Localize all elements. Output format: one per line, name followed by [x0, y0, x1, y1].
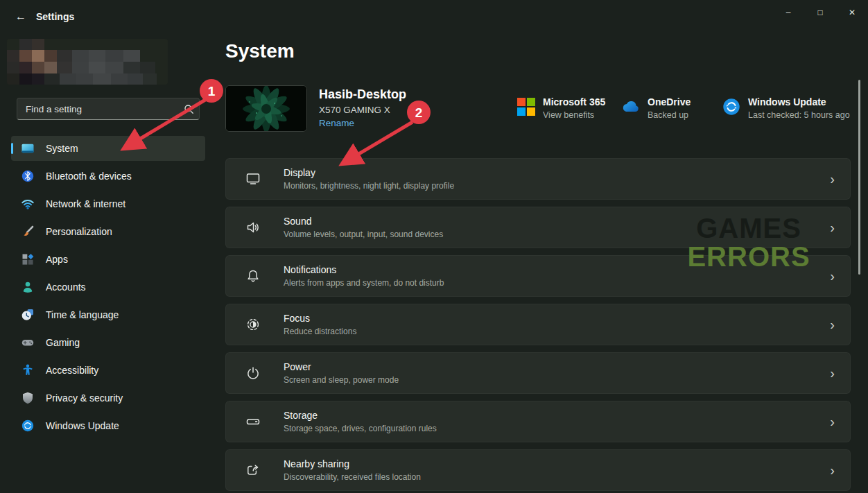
settings-list: Display Monitors, brightness, night ligh… [225, 158, 851, 493]
maximize-icon: □ [817, 8, 822, 17]
power-icon [245, 365, 261, 381]
settings-window: ← Settings – □ ✕ [0, 0, 868, 493]
bluetooth-icon [21, 169, 35, 183]
status-card-windows-update[interactable]: Windows Update Last checked: 5 hours ago [722, 96, 850, 120]
search-icon[interactable] [178, 104, 199, 114]
sidebar-item-bluetooth-devices[interactable]: Bluetooth & devices [11, 164, 205, 189]
person-icon [21, 280, 35, 294]
sidebar-item-system[interactable]: System [11, 136, 205, 161]
row-title: Sound [284, 216, 830, 227]
device-header: Hasib-Desktop X570 GAMING X Rename Micro… [225, 85, 851, 135]
status-card-onedrive[interactable]: OneDrive Backed up [620, 96, 691, 120]
bell-icon [245, 268, 261, 284]
settings-row-focus[interactable]: Focus Reduce distractions › [225, 304, 851, 345]
search-input[interactable] [17, 98, 178, 119]
sidebar-item-apps[interactable]: Apps [11, 247, 205, 272]
main-content: System [225, 33, 851, 493]
onedrive-cloud-icon [620, 98, 640, 119]
sidebar-item-time-language[interactable]: Time & language [11, 302, 205, 327]
window-controls: – □ ✕ [772, 0, 868, 25]
status-subtitle: View benefits [543, 110, 605, 120]
minimize-button[interactable]: – [772, 0, 804, 25]
device-name: Hasib-Desktop [319, 87, 406, 102]
sound-icon [245, 219, 261, 236]
maximize-button[interactable]: □ [804, 0, 836, 25]
window-title: Settings [36, 11, 74, 22]
device-model: X570 GAMING X [319, 105, 406, 115]
sidebar-item-personalization[interactable]: Personalization [11, 219, 205, 244]
sidebar-item-label: Personalization [46, 226, 112, 237]
row-title: Notifications [284, 264, 830, 275]
sidebar-item-label: System [46, 143, 78, 154]
chevron-right-icon: › [830, 172, 839, 186]
row-subtitle: Discoverability, received files location [284, 472, 830, 482]
sidebar: System Bluetooth & devices Network & int… [0, 33, 216, 493]
row-title: Storage [284, 410, 830, 421]
rename-link[interactable]: Rename [319, 118, 354, 128]
wifi-icon [21, 197, 35, 211]
settings-row-storage[interactable]: Storage Storage space, drives, configura… [225, 401, 851, 442]
chevron-right-icon: › [830, 415, 839, 429]
back-button[interactable]: ← [8, 7, 33, 26]
row-subtitle: Screen and sleep, power mode [284, 375, 830, 385]
page-title: System [225, 40, 295, 62]
clock-icon [21, 308, 35, 322]
settings-row-sound[interactable]: Sound Volume levels, output, input, soun… [225, 207, 851, 248]
row-subtitle: Storage space, drives, configuration rul… [284, 424, 830, 433]
accessibility-person-icon [21, 363, 35, 377]
settings-row-notifications[interactable]: Notifications Alerts from apps and syste… [225, 255, 851, 297]
windows-update-status-icon [722, 98, 740, 119]
sidebar-item-accounts[interactable]: Accounts [11, 275, 205, 300]
sidebar-item-label: Accessibility [46, 365, 98, 376]
chevron-right-icon: › [830, 269, 839, 283]
sidebar-item-gaming[interactable]: Gaming [11, 330, 205, 355]
shield-icon [21, 391, 35, 405]
sidebar-item-privacy-security[interactable]: Privacy & security [11, 386, 205, 410]
row-subtitle: Reduce distractions [284, 327, 830, 336]
focus-icon [245, 316, 261, 333]
microsoft-365-icon [517, 98, 535, 119]
sidebar-item-label: Windows Update [46, 420, 119, 431]
sidebar-item-label: Privacy & security [46, 392, 123, 404]
settings-row-power[interactable]: Power Screen and sleep, power mode › [225, 352, 851, 394]
chevron-right-icon: › [830, 220, 839, 234]
chevron-right-icon: › [830, 318, 839, 331]
desktop-wallpaper-thumbnail [225, 85, 307, 132]
chevron-right-icon: › [830, 366, 839, 380]
system-icon [21, 141, 35, 155]
row-subtitle: Monitors, brightness, night light, displ… [284, 181, 830, 191]
back-arrow-icon: ← [15, 10, 26, 23]
device-info: Hasib-Desktop X570 GAMING X Rename [319, 87, 406, 129]
sidebar-item-label: Time & language [46, 309, 119, 320]
gamepad-icon [21, 336, 35, 349]
display-icon [245, 171, 261, 187]
titlebar: ← Settings – □ ✕ [0, 0, 868, 33]
apps-icon [21, 252, 35, 266]
account-info-censored[interactable] [7, 39, 168, 85]
status-title: Windows Update [748, 96, 850, 107]
row-title: Focus [284, 313, 830, 324]
search-box [17, 98, 200, 120]
storage-drive-icon [245, 413, 261, 430]
close-button[interactable]: ✕ [836, 0, 868, 25]
sidebar-item-network-internet[interactable]: Network & internet [11, 191, 205, 216]
row-subtitle: Volume levels, output, input, sound devi… [284, 230, 830, 239]
sidebar-item-label: Gaming [46, 337, 80, 348]
status-subtitle: Backed up [648, 110, 691, 120]
settings-row-nearby-sharing[interactable]: Nearby sharing Discoverability, received… [225, 449, 851, 491]
brush-icon [21, 225, 35, 239]
minimize-icon: – [786, 8, 791, 17]
settings-row-display[interactable]: Display Monitors, brightness, night ligh… [225, 158, 851, 200]
sidebar-item-windows-update[interactable]: Windows Update [11, 413, 205, 438]
scrollbar-thumb[interactable] [858, 80, 860, 275]
status-card-microsoft-365[interactable]: Microsoft 365 View benefits [517, 96, 605, 120]
sidebar-nav: System Bluetooth & devices Network & int… [11, 136, 205, 441]
sidebar-item-label: Bluetooth & devices [46, 171, 132, 182]
sidebar-item-accessibility[interactable]: Accessibility [11, 358, 205, 383]
censored-mosaic [7, 39, 168, 85]
sidebar-item-label: Accounts [46, 282, 86, 293]
row-title: Power [284, 361, 830, 372]
status-title: Microsoft 365 [543, 96, 605, 107]
windows-update-icon [21, 419, 35, 433]
status-subtitle: Last checked: 5 hours ago [748, 110, 850, 120]
